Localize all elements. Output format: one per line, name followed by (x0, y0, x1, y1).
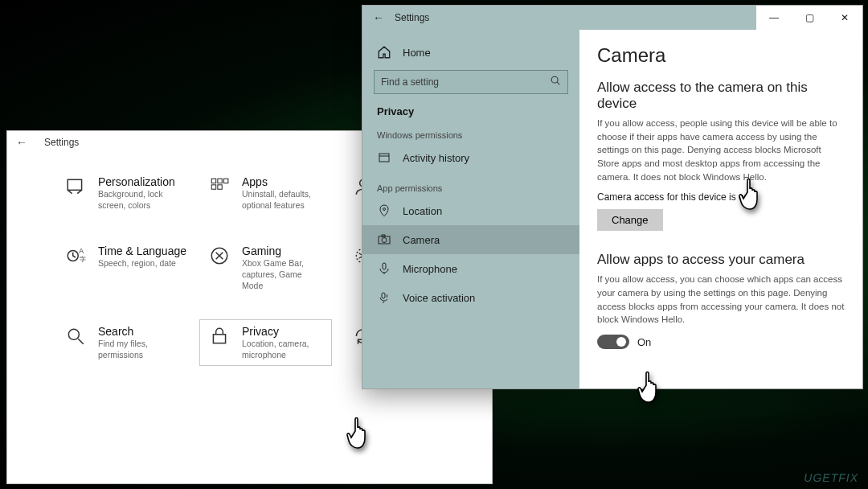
svg-rect-14 (213, 335, 225, 343)
minimize-button[interactable]: — (756, 6, 792, 30)
svg-text:A: A (79, 247, 84, 255)
category-name: Apps (242, 175, 323, 188)
category-gaming[interactable]: GamingXbox Game Bar, captures, Game Mode (199, 239, 332, 297)
voice-icon (377, 290, 391, 305)
sidebar-item-microphone[interactable]: Microphone (362, 254, 579, 283)
category-name: Privacy (242, 325, 323, 338)
close-button[interactable]: ✕ (827, 6, 862, 30)
category-desc: Speech, region, date (98, 258, 179, 269)
category-desc: Background, lock screen, colors (98, 189, 179, 211)
watermark: UGETFIX (804, 471, 858, 484)
svg-rect-5 (218, 185, 222, 189)
settings-sidebar: Home Privacy Windows permissionsActivity… (362, 30, 579, 388)
change-button[interactable]: Change (597, 209, 663, 231)
category-personalization[interactable]: PersonalizationBackground, lock screen, … (55, 170, 188, 216)
toggle-track (597, 335, 629, 349)
privacy-icon (208, 325, 231, 347)
toggle-knob (616, 337, 626, 347)
svg-point-15 (551, 76, 558, 83)
category-desc: Location, camera, microphone (242, 339, 323, 360)
category-privacy[interactable]: PrivacyLocation, camera, microphone (199, 319, 332, 366)
svg-point-21 (382, 238, 387, 243)
sidebar-group-label: Windows permissions (362, 119, 579, 143)
camera-icon (377, 232, 391, 247)
svg-rect-3 (223, 179, 227, 183)
search-input[interactable] (381, 76, 550, 88)
svg-rect-17 (379, 154, 389, 162)
allow-apps-toggle[interactable]: On (597, 335, 845, 349)
svg-line-13 (78, 339, 84, 344)
category-name: Search (98, 325, 179, 338)
sidebar-item-label: Location (403, 205, 442, 217)
sidebar-item-home[interactable]: Home (362, 38, 579, 67)
search-icon (64, 325, 87, 347)
privacy-camera-window: ← Settings — ▢ ✕ Home Privacy Windows pe… (362, 5, 863, 389)
svg-text:字: 字 (80, 256, 86, 263)
activity-icon (377, 150, 391, 165)
svg-rect-4 (211, 185, 215, 189)
svg-line-16 (557, 82, 559, 84)
sidebar-item-camera[interactable]: Camera (362, 225, 579, 254)
section-body-device-access: If you allow access, people using this d… (597, 117, 845, 183)
category-name: Time & Language (98, 244, 179, 257)
sidebar-item-label: Activity history (403, 152, 469, 164)
brush-icon (64, 175, 87, 198)
sidebar-item-label: Microphone (403, 263, 457, 275)
titlebar: ← Settings — ▢ ✕ (362, 6, 862, 30)
sidebar-group-label: App permissions (362, 172, 579, 196)
category-desc: Find my files, permissions (98, 339, 179, 360)
category-name: Personalization (98, 175, 179, 188)
sidebar-item-location[interactable]: Location (362, 196, 579, 225)
category-time-language[interactable]: A字Time & LanguageSpeech, region, date (55, 239, 188, 297)
back-button[interactable]: ← (362, 11, 395, 24)
sidebar-item-voice-activation[interactable]: Voice activation (362, 283, 579, 312)
category-name: Gaming (242, 244, 323, 257)
svg-point-12 (68, 330, 79, 340)
section-body-app-access: If you allow access, you can choose whic… (597, 273, 845, 327)
maximize-button[interactable]: ▢ (792, 6, 827, 30)
search-icon (550, 75, 561, 89)
sidebar-item-label: Home (403, 47, 431, 59)
svg-rect-24 (382, 293, 385, 298)
svg-rect-23 (383, 263, 386, 269)
svg-point-19 (383, 208, 386, 211)
gaming-icon (208, 244, 231, 267)
svg-rect-22 (382, 235, 385, 236)
svg-rect-2 (218, 179, 222, 183)
sidebar-section-current: Privacy (362, 102, 579, 119)
mic-icon (377, 261, 391, 276)
sidebar-item-label: Voice activation (403, 292, 475, 304)
page-heading: Camera (597, 44, 845, 67)
category-apps[interactable]: AppsUninstall, defaults, optional featur… (199, 170, 332, 216)
camera-access-status: Camera access for this device is on (597, 191, 845, 203)
home-icon (377, 45, 391, 60)
svg-rect-0 (68, 179, 81, 190)
toggle-label: On (637, 336, 651, 348)
back-button[interactable]: ← (14, 136, 30, 149)
sidebar-item-label: Camera (403, 234, 440, 246)
category-desc: Xbox Game Bar, captures, Game Mode (242, 258, 323, 291)
window-title: Settings (395, 12, 429, 23)
sidebar-search[interactable] (374, 70, 568, 94)
section-title-app-access: Allow apps to access your camera (597, 252, 845, 268)
category-search[interactable]: SearchFind my files, permissions (55, 319, 188, 366)
camera-settings-panel: Camera Allow access to the camera on thi… (579, 30, 862, 388)
window-controls: — ▢ ✕ (756, 6, 862, 30)
category-desc: Uninstall, defaults, optional features (242, 189, 323, 211)
sidebar-item-activity-history[interactable]: Activity history (362, 143, 579, 172)
window-title: Settings (44, 137, 79, 148)
section-title-device-access: Allow access to the camera on this devic… (597, 80, 845, 112)
location-icon (377, 203, 391, 218)
svg-rect-1 (211, 179, 215, 183)
time-lang-icon: A字 (64, 244, 87, 267)
apps-icon (208, 175, 231, 198)
